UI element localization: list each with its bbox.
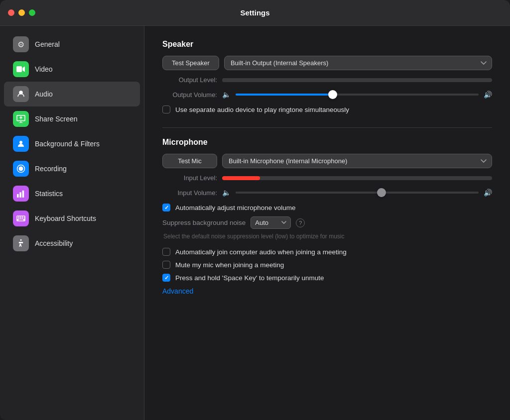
test-speaker-button[interactable]: Test Speaker <box>162 56 219 70</box>
svg-rect-15 <box>17 218 18 219</box>
suppress-noise-select[interactable]: Auto Low Medium High <box>251 216 291 229</box>
traffic-lights <box>8 9 35 16</box>
microphone-device-select[interactable]: Built-in Microphone (Internal Microphone… <box>222 154 492 168</box>
auto-adjust-row: Automatically adjust microphone volume <box>162 204 492 211</box>
output-volume-row: Output Volume: 🔈 🔊 <box>162 90 492 100</box>
bgfilters-icon <box>13 136 29 152</box>
input-slider-track <box>236 192 479 194</box>
space-key-row: Press and hold 'Space Key' to temporaril… <box>162 274 492 282</box>
sidebar-label-audio: Audio <box>35 90 53 98</box>
advanced-link[interactable]: Advanced <box>162 287 193 295</box>
sidebar-label-accessibility: Accessibility <box>35 239 73 247</box>
space-key-checkbox[interactable] <box>162 274 170 282</box>
slider-track <box>236 94 479 96</box>
maximize-button[interactable] <box>29 9 35 16</box>
mic-low-icon: 🔈 <box>222 189 231 197</box>
recording-icon <box>13 161 29 177</box>
sidebar-label-keyboard: Keyboard Shortcuts <box>35 214 96 222</box>
section-divider <box>162 127 492 128</box>
sidebar-item-accessibility[interactable]: Accessibility <box>4 231 140 256</box>
output-volume-label: Output Volume: <box>162 91 217 99</box>
sidebar-item-statistics[interactable]: Statistics <box>4 181 140 206</box>
test-mic-button[interactable]: Test Mic <box>162 154 217 168</box>
speaker-device-select[interactable]: Built-in Output (Internal Speakers) Exte… <box>224 56 492 70</box>
svg-rect-7 <box>17 194 19 198</box>
suppress-noise-row: Suppress background noise Auto Low Mediu… <box>162 216 492 229</box>
suppress-noise-label: Suppress background noise <box>162 219 246 226</box>
auto-join-row: Automatically join computer audio when j… <box>162 248 492 256</box>
sidebar-label-bgfilters: Background & Filters <box>35 140 100 148</box>
sidebar-item-audio[interactable]: Audio <box>4 82 140 106</box>
sidebar-item-general[interactable]: ⚙ General <box>4 32 140 57</box>
svg-rect-12 <box>19 216 20 217</box>
svg-rect-9 <box>22 191 24 198</box>
input-level-fill <box>222 176 260 180</box>
separate-audio-row: Use separate audio device to play ringto… <box>162 105 492 113</box>
sharescreen-icon <box>13 111 29 127</box>
microphone-device-row: Test Mic Built-in Microphone (Internal M… <box>162 154 492 168</box>
content-area: Speaker Test Speaker Built-in Output (In… <box>144 26 510 420</box>
sidebar-label-video: Video <box>35 65 53 73</box>
mute-on-join-checkbox[interactable] <box>162 261 170 269</box>
main-content: ⚙ General Video Audio <box>0 26 510 420</box>
accessibility-icon <box>13 235 29 251</box>
svg-rect-16 <box>19 218 20 219</box>
auto-join-checkbox[interactable] <box>162 248 170 256</box>
microphone-title: Microphone <box>162 138 492 147</box>
output-level-bar <box>222 78 492 82</box>
input-volume-slider[interactable] <box>236 188 479 198</box>
mute-on-join-row: Mute my mic when joining a meeting <box>162 261 492 269</box>
input-level-row: Input Level: <box>162 174 492 182</box>
sidebar-item-video[interactable]: Video <box>4 57 140 82</box>
speaker-title: Speaker <box>162 40 492 49</box>
input-slider-fill <box>236 192 382 194</box>
mute-on-join-label: Mute my mic when joining a meeting <box>175 261 284 269</box>
window-title: Settings <box>240 8 269 17</box>
sidebar-item-keyboard[interactable]: Keyboard Shortcuts <box>4 206 140 231</box>
sidebar-label-statistics: Statistics <box>35 190 63 198</box>
svg-rect-17 <box>21 218 22 219</box>
input-volume-row: Input Volume: 🔈 🔊 <box>162 188 492 198</box>
output-level-label: Output Level: <box>162 76 217 84</box>
output-level-row: Output Level: <box>162 76 492 84</box>
svg-point-4 <box>19 141 22 144</box>
sidebar-label-general: General <box>35 40 60 48</box>
sidebar-item-bgfilters[interactable]: Background & Filters <box>4 131 140 156</box>
separate-audio-checkbox[interactable] <box>162 105 170 113</box>
svg-point-20 <box>20 239 22 241</box>
separate-audio-label: Use separate audio device to play ringto… <box>175 106 349 113</box>
auto-adjust-checkbox[interactable] <box>162 204 170 211</box>
svg-rect-11 <box>17 216 18 217</box>
svg-point-5 <box>19 167 23 171</box>
mic-high-icon: 🔊 <box>484 189 492 197</box>
input-slider-thumb[interactable] <box>377 188 386 197</box>
sidebar-item-recording[interactable]: Recording <box>4 156 140 181</box>
minimize-button[interactable] <box>18 9 25 16</box>
input-level-label: Input Level: <box>162 174 217 182</box>
statistics-icon <box>13 186 29 202</box>
close-button[interactable] <box>8 9 14 16</box>
speaker-section: Speaker Test Speaker Built-in Output (In… <box>162 40 492 113</box>
video-icon <box>13 61 29 77</box>
audio-icon <box>13 86 29 102</box>
speaker-high-icon: 🔊 <box>484 91 492 99</box>
title-bar: Settings <box>0 0 510 26</box>
suppress-hint: Select the default noise suppression lev… <box>162 233 492 240</box>
slider-thumb[interactable] <box>328 90 337 99</box>
sidebar-item-sharescreen[interactable]: Share Screen <box>4 106 140 131</box>
space-key-label: Press and hold 'Space Key' to temporaril… <box>175 274 324 282</box>
general-icon: ⚙ <box>13 36 29 52</box>
input-level-bar <box>222 176 492 180</box>
svg-rect-14 <box>23 216 24 217</box>
svg-rect-8 <box>19 192 21 198</box>
svg-rect-18 <box>23 218 24 219</box>
svg-rect-0 <box>16 66 22 72</box>
sidebar-label-recording: Recording <box>35 165 67 173</box>
slider-fill-blue <box>236 94 333 96</box>
auto-adjust-label: Automatically adjust microphone volume <box>175 204 296 211</box>
auto-join-label: Automatically join computer audio when j… <box>175 248 347 256</box>
output-volume-slider[interactable] <box>236 90 479 100</box>
svg-rect-19 <box>18 219 23 220</box>
help-icon[interactable]: ? <box>296 218 305 227</box>
keyboard-icon <box>13 210 29 226</box>
